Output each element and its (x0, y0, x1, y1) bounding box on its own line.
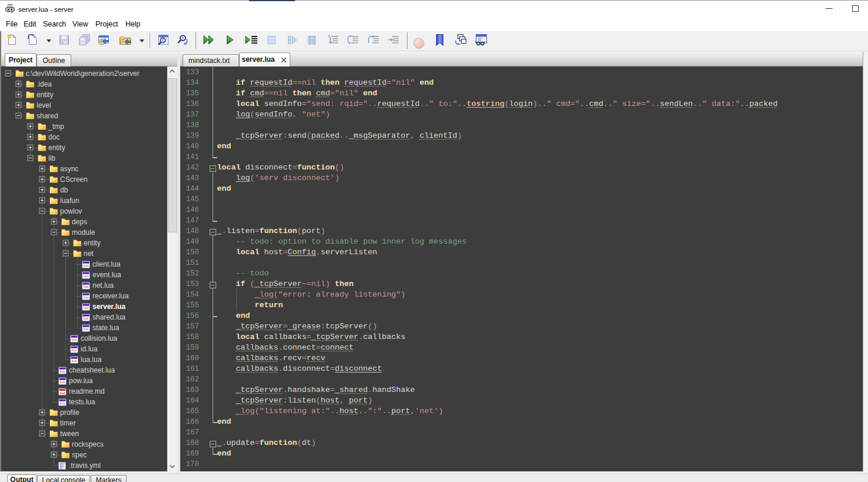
svg-text:lua: lua (84, 317, 89, 320)
svg-text:md: md (60, 391, 65, 395)
svg-text:lua: lua (60, 380, 65, 384)
svg-text:lua: lua (72, 348, 77, 352)
svg-text:lua: lua (84, 285, 89, 288)
svg-text:lua: lua (84, 295, 89, 299)
svg-text:lua: lua (84, 306, 89, 310)
svg-text:lua: lua (72, 359, 77, 363)
svg-text:lua: lua (60, 401, 65, 405)
svg-text:lua: lua (60, 370, 65, 373)
svg-text:lua: lua (84, 274, 89, 278)
svg-text:lua: lua (84, 264, 89, 267)
svg-text:lua: lua (84, 327, 89, 331)
svg-text:lua: lua (72, 338, 77, 341)
